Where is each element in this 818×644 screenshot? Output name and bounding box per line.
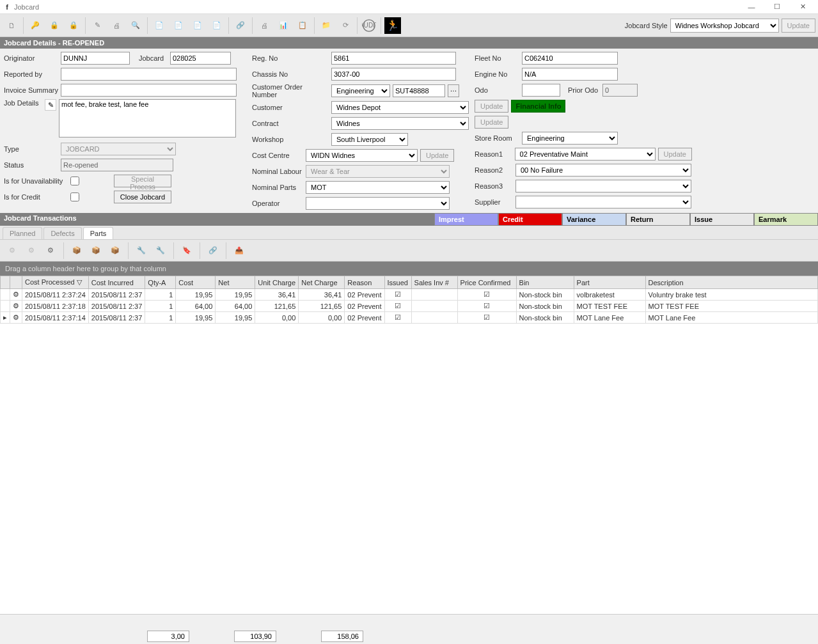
chart-icon[interactable]: 📊 bbox=[274, 17, 292, 35]
col-netch[interactable]: Net Charge bbox=[299, 276, 345, 289]
toolbar-update-button[interactable]: Update bbox=[782, 19, 815, 33]
close-button[interactable]: ✕ bbox=[790, 1, 815, 13]
credit-checkbox[interactable] bbox=[70, 192, 79, 201]
doc1-icon[interactable]: 📄 bbox=[150, 17, 168, 35]
chassis-input[interactable] bbox=[331, 68, 456, 81]
earmark-button[interactable]: Earmark bbox=[754, 213, 818, 226]
edit-icon[interactable]: ✎ bbox=[45, 99, 56, 111]
col-part[interactable]: Part bbox=[574, 276, 645, 289]
custorder-cat-select[interactable]: Engineering bbox=[331, 84, 390, 97]
parts-btn2-icon[interactable]: ⚙ bbox=[23, 242, 40, 259]
col-salesinv[interactable]: Sales Inv # bbox=[411, 276, 457, 289]
table-row[interactable]: ⚙2015/08/11 2:37:182015/08/11 2:37164,00… bbox=[1, 301, 818, 312]
ellipsis-icon[interactable]: … bbox=[448, 84, 459, 97]
parts-btn6-icon[interactable]: 📦 bbox=[107, 242, 123, 259]
parts-btn1-icon[interactable]: ⚙ bbox=[4, 242, 20, 259]
parts-btn3-icon[interactable]: ⚙ bbox=[42, 242, 59, 259]
jobcard-input[interactable] bbox=[170, 52, 231, 65]
print-icon[interactable]: 🖨 bbox=[107, 17, 125, 35]
parts-btn8-icon[interactable]: 🔧 bbox=[152, 242, 169, 259]
invoice-input[interactable] bbox=[61, 84, 237, 97]
contract-select[interactable]: Widnes bbox=[331, 117, 469, 130]
storeroom-select[interactable]: Engineering bbox=[522, 132, 618, 145]
col-icon[interactable] bbox=[10, 276, 22, 289]
folder-icon[interactable]: 📁 bbox=[317, 17, 335, 35]
jobdetails-input[interactable]: mot fee, brake test, lane fee bbox=[59, 99, 236, 137]
stamp-icon[interactable]: AUDIT bbox=[360, 17, 378, 35]
col-issued[interactable]: Issued bbox=[384, 276, 411, 289]
special-process-button[interactable]: Special Process bbox=[114, 175, 171, 187]
parts-btn9-icon[interactable]: 🔖 bbox=[178, 242, 195, 259]
minimize-button[interactable]: — bbox=[739, 1, 764, 13]
fleet-input[interactable] bbox=[522, 52, 618, 65]
col-desc[interactable]: Description bbox=[645, 276, 817, 289]
table-row[interactable]: ⚙2015/08/11 2:37:242015/08/11 2:37119,95… bbox=[1, 289, 818, 301]
reason1-update-button[interactable]: Update bbox=[658, 148, 692, 161]
regno-input[interactable] bbox=[331, 52, 456, 65]
close-jobcard-button[interactable]: Close Jobcard bbox=[114, 191, 171, 203]
originator-input[interactable] bbox=[61, 52, 130, 65]
contract-update-button[interactable]: Update bbox=[475, 116, 508, 129]
custorder-no-input[interactable] bbox=[393, 84, 445, 97]
jobcard-style-select[interactable]: Widnes Workshop Jobcard bbox=[670, 19, 779, 33]
lock-red-icon[interactable]: 🔒 bbox=[65, 17, 83, 35]
col-qty[interactable]: Qty-A bbox=[145, 276, 176, 289]
cell-issued[interactable]: ☑ bbox=[384, 312, 411, 324]
printer2-icon[interactable]: 🖨 bbox=[255, 17, 273, 35]
credit-button[interactable]: Credit bbox=[498, 213, 562, 226]
cell-issued[interactable]: ☑ bbox=[384, 301, 411, 312]
maximize-button[interactable]: ☐ bbox=[764, 1, 790, 13]
table-row[interactable]: ▸⚙2015/08/11 2:37:142015/08/11 2:37119,9… bbox=[1, 312, 818, 324]
unavail-checkbox[interactable] bbox=[70, 177, 79, 185]
imprest-button[interactable]: Imprest bbox=[434, 213, 498, 226]
key-icon[interactable]: 🔑 bbox=[26, 17, 44, 35]
operator-select[interactable] bbox=[306, 197, 450, 210]
doc3-icon[interactable]: 📄 bbox=[189, 17, 207, 35]
parts-btn11-icon[interactable]: 📤 bbox=[231, 242, 248, 259]
engine-input[interactable] bbox=[522, 68, 618, 81]
issue-button[interactable]: Issue bbox=[690, 213, 754, 226]
variance-button[interactable]: Variance bbox=[562, 213, 626, 226]
nomparts-select[interactable]: MOT bbox=[306, 181, 450, 194]
workshop-select[interactable]: South Liverpool bbox=[331, 133, 408, 146]
col-cost[interactable]: Cost bbox=[176, 276, 216, 289]
col-net[interactable]: Net bbox=[216, 276, 255, 289]
link-icon[interactable]: 🔗 bbox=[232, 17, 249, 35]
col-bin[interactable]: Bin bbox=[516, 276, 574, 289]
costcentre-select[interactable]: WIDN Widnes bbox=[306, 149, 418, 162]
customer-update-button[interactable]: Update bbox=[475, 100, 508, 113]
refresh-icon[interactable]: ⟳ bbox=[336, 17, 354, 35]
odo-input[interactable] bbox=[522, 84, 560, 97]
financial-info-button[interactable]: Financial Info bbox=[511, 100, 565, 113]
costcentre-update-button[interactable]: Update bbox=[420, 149, 454, 162]
cell-priceconf[interactable]: ☑ bbox=[457, 301, 516, 312]
tab-planned[interactable]: Planned bbox=[3, 227, 42, 239]
parts-btn4-icon[interactable]: 📦 bbox=[68, 242, 85, 259]
parts-btn7-icon[interactable]: 🔧 bbox=[133, 242, 150, 259]
parts-btn5-icon[interactable]: 📦 bbox=[88, 242, 104, 259]
cell-issued[interactable]: ☑ bbox=[384, 289, 411, 301]
exit-icon[interactable]: 🏃 bbox=[384, 17, 402, 35]
tab-defects[interactable]: Defects bbox=[43, 227, 81, 239]
doc2-icon[interactable]: 📄 bbox=[169, 17, 187, 35]
col-priceconf[interactable]: Price Confirmed bbox=[457, 276, 516, 289]
group-by-bar[interactable]: Drag a column header here to group by th… bbox=[0, 262, 818, 276]
cell-priceconf[interactable]: ☑ bbox=[457, 289, 516, 301]
return-button[interactable]: Return bbox=[626, 213, 690, 226]
preview-icon[interactable]: 🔍 bbox=[127, 17, 145, 35]
customer-select[interactable]: Widnes Depot bbox=[331, 101, 469, 114]
col-indicator[interactable] bbox=[1, 276, 10, 289]
tab-parts[interactable]: Parts bbox=[83, 227, 114, 239]
cell-priceconf[interactable]: ☑ bbox=[457, 312, 516, 324]
col-unit[interactable]: Unit Charge bbox=[255, 276, 299, 289]
new-icon[interactable]: 🗋 bbox=[3, 17, 20, 35]
col-reason[interactable]: Reason bbox=[345, 276, 384, 289]
parts-btn10-icon[interactable]: 🔗 bbox=[205, 242, 221, 259]
reason3-select[interactable] bbox=[515, 180, 691, 192]
reason1-select[interactable]: 02 Preventative Maint bbox=[515, 148, 656, 161]
reason2-select[interactable]: 00 No Failure bbox=[515, 164, 691, 177]
col-costinc[interactable]: Cost Incurred bbox=[88, 276, 145, 289]
lock-yellow-icon[interactable]: 🔒 bbox=[45, 17, 63, 35]
signature-icon[interactable]: ✎ bbox=[88, 17, 106, 35]
col-costproc[interactable]: Cost Processed ▽ bbox=[22, 276, 89, 289]
